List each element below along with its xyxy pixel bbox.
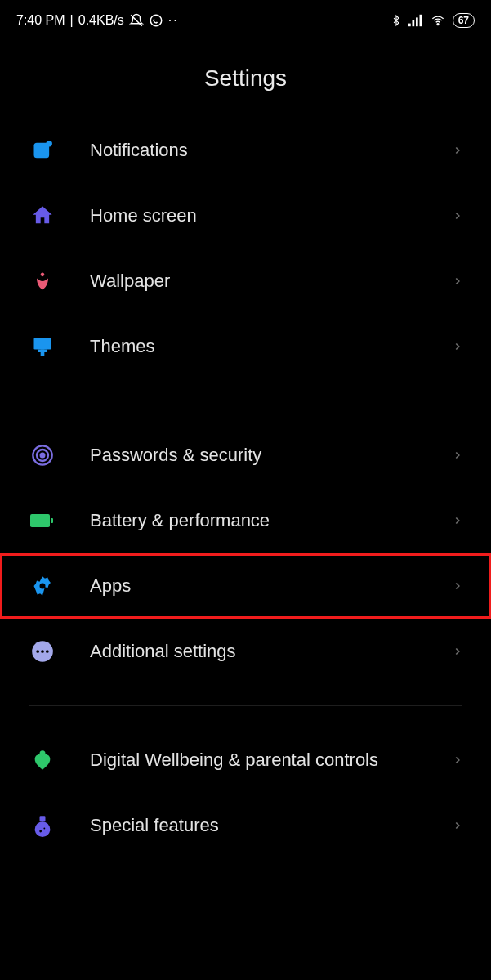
row-battery-performance[interactable]: Battery & performance bbox=[0, 488, 491, 553]
svg-point-6 bbox=[437, 24, 439, 25]
status-net-speed: 0.4KB/s bbox=[78, 13, 124, 28]
svg-point-17 bbox=[40, 584, 46, 589]
row-label-digital-wellbeing: Digital Wellbeing & parental controls bbox=[90, 749, 452, 772]
status-more-icon: ·· bbox=[168, 13, 179, 28]
wifi-icon bbox=[430, 14, 446, 27]
dnd-icon bbox=[129, 13, 144, 28]
wellbeing-icon bbox=[29, 747, 56, 773]
svg-rect-16 bbox=[51, 518, 53, 523]
row-passwords-security[interactable]: Passwords & security bbox=[0, 423, 491, 488]
status-left: 7:40 PM | 0.4KB/s ·· bbox=[16, 13, 179, 28]
svg-point-19 bbox=[36, 650, 39, 653]
chevron-right-icon bbox=[452, 273, 468, 289]
divider bbox=[29, 401, 462, 401]
battery-icon bbox=[29, 508, 56, 534]
battery-indicator: 67 bbox=[453, 13, 475, 28]
svg-point-26 bbox=[43, 828, 45, 830]
svg-point-25 bbox=[39, 830, 42, 833]
row-additional-settings[interactable]: Additional settings bbox=[0, 619, 491, 684]
page-title: Settings bbox=[0, 65, 491, 92]
svg-point-1 bbox=[150, 15, 162, 26]
flask-icon bbox=[29, 812, 56, 839]
svg-point-14 bbox=[41, 454, 45, 458]
status-bar: 7:40 PM | 0.4KB/s ·· bbox=[0, 0, 491, 41]
svg-rect-9 bbox=[34, 338, 51, 350]
settings-list: Notifications Home screen Wallpaper bbox=[0, 118, 491, 858]
signal-icon bbox=[408, 14, 423, 27]
chevron-right-icon bbox=[452, 338, 468, 355]
row-label-passwords-security: Passwords & security bbox=[90, 444, 452, 467]
chevron-right-icon bbox=[452, 817, 468, 834]
chevron-right-icon bbox=[452, 142, 468, 159]
status-right: 67 bbox=[391, 13, 475, 28]
status-time: 7:40 PM bbox=[16, 13, 65, 28]
svg-rect-4 bbox=[416, 17, 418, 26]
svg-rect-5 bbox=[419, 15, 422, 26]
status-separator: | bbox=[70, 13, 74, 28]
row-themes[interactable]: Themes bbox=[0, 314, 491, 379]
chevron-right-icon bbox=[452, 208, 468, 224]
row-digital-wellbeing[interactable]: Digital Wellbeing & parental controls bbox=[0, 727, 491, 793]
bluetooth-icon bbox=[391, 13, 402, 28]
row-label-home-screen: Home screen bbox=[90, 204, 452, 227]
row-label-wallpaper: Wallpaper bbox=[90, 270, 452, 293]
svg-point-24 bbox=[35, 821, 51, 837]
divider bbox=[29, 705, 462, 706]
row-label-battery-performance: Battery & performance bbox=[90, 509, 452, 532]
chevron-right-icon bbox=[452, 643, 468, 660]
battery-percent: 67 bbox=[458, 15, 469, 26]
dots-icon bbox=[29, 638, 56, 665]
svg-rect-2 bbox=[408, 24, 411, 27]
svg-rect-23 bbox=[40, 816, 46, 821]
svg-rect-11 bbox=[38, 350, 47, 353]
svg-point-20 bbox=[41, 650, 44, 653]
row-label-apps: Apps bbox=[90, 575, 452, 597]
row-apps[interactable]: Apps bbox=[0, 553, 491, 619]
svg-rect-15 bbox=[30, 514, 50, 527]
home-icon bbox=[29, 203, 56, 229]
fingerprint-icon bbox=[29, 442, 56, 468]
row-wallpaper[interactable]: Wallpaper bbox=[0, 248, 491, 314]
themes-icon bbox=[29, 333, 56, 360]
row-label-additional-settings: Additional settings bbox=[90, 640, 452, 663]
chevron-right-icon bbox=[452, 447, 468, 463]
notifications-icon bbox=[29, 137, 56, 163]
row-notifications[interactable]: Notifications bbox=[0, 118, 491, 183]
row-special-features[interactable]: Special features bbox=[0, 793, 491, 858]
row-home-screen[interactable]: Home screen bbox=[0, 183, 491, 248]
chevron-right-icon bbox=[452, 752, 468, 768]
svg-point-8 bbox=[46, 141, 51, 146]
svg-point-21 bbox=[46, 650, 49, 653]
row-label-themes: Themes bbox=[90, 335, 452, 358]
svg-rect-3 bbox=[412, 20, 414, 26]
wallpaper-icon bbox=[29, 268, 56, 294]
chevron-right-icon bbox=[452, 578, 468, 594]
row-label-special-features: Special features bbox=[90, 814, 452, 837]
chevron-right-icon bbox=[452, 512, 468, 529]
gear-icon bbox=[29, 573, 56, 599]
row-label-notifications: Notifications bbox=[90, 139, 452, 162]
whatsapp-icon bbox=[149, 13, 163, 28]
